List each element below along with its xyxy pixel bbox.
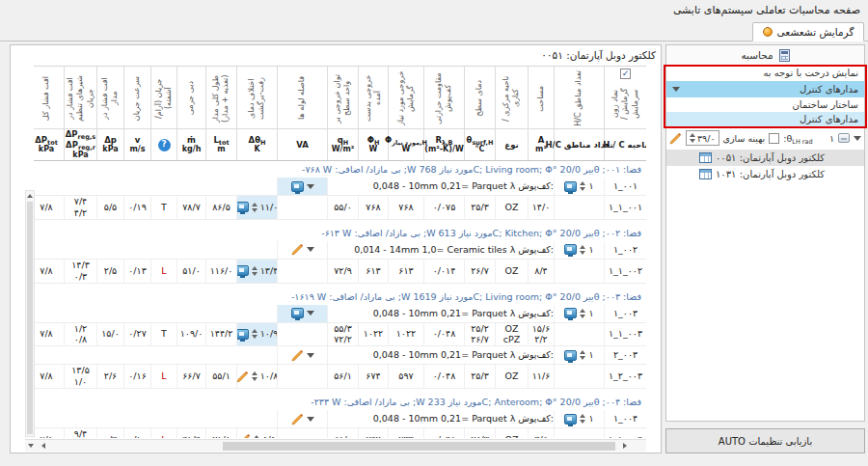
cell-phi-achieved: ۲۴۲ bbox=[358, 428, 388, 438]
scroll-down-icon[interactable] bbox=[25, 440, 37, 452]
tree-mode-combobox[interactable]: مدارهای کنترل bbox=[666, 81, 864, 97]
monitor-icon[interactable] bbox=[236, 202, 249, 212]
pencil-icon[interactable] bbox=[291, 413, 304, 425]
calculation-sidebar: محاسبه نمایش درخت با توجه به مدارهای کنت… bbox=[665, 44, 865, 453]
monitor-icon[interactable] bbox=[564, 414, 577, 425]
grid-header-row: نماد زون گرمایش / سرمایشناحیه H / Cتعداد… bbox=[34, 66, 646, 161]
vertical-scrollbar[interactable] bbox=[25, 190, 35, 437]
monitor-icon[interactable] bbox=[564, 244, 577, 255]
cell-surface-temp: ۲۶/۳ bbox=[464, 428, 495, 438]
edit-pencil-icon[interactable] bbox=[669, 132, 682, 145]
cell-dtheta-editor[interactable]: ۱۰/۹ bbox=[236, 323, 277, 346]
zone-row[interactable]: ۱_۰۰۱۱0,048 - 10mm 0,21= Parquet λکف‌پوش… bbox=[34, 178, 646, 196]
monitor-icon[interactable] bbox=[564, 350, 577, 361]
restore-auto-settings-button[interactable]: بازیابی تنظیمات AUTO bbox=[665, 428, 865, 453]
monitor-icon[interactable] bbox=[236, 265, 249, 276]
monitor-icon[interactable] bbox=[564, 181, 577, 192]
spinner-arrows-icon[interactable] bbox=[254, 435, 259, 438]
monitor-icon[interactable] bbox=[236, 329, 249, 340]
circuit-row[interactable]: ۱_۱_۰۰۴۳/۶OZ۲۶/۳۰/۰۴۸۲۳۳۲۴۲۶۸/۰۵/۵۲۱/۸۴۱… bbox=[34, 428, 646, 438]
chevron-down-icon[interactable] bbox=[307, 247, 314, 252]
cell-mass-flow: ۷۸/۷ bbox=[176, 196, 205, 219]
zone-row[interactable]: ۱_۰۰۴۱0,048 - 10mm 0,21= Parquet λکف‌پوش… bbox=[34, 410, 646, 428]
space-header-text: فضا: ۰۰۱; θبیر 20/0 °C; Living room; Φمو… bbox=[38, 164, 646, 175]
zone-row[interactable]: ۱_۰۰۳۱0,048 - 10mm 0,21= Parquet λکف‌پوش… bbox=[34, 305, 646, 323]
optimize-checkbox[interactable] bbox=[769, 133, 779, 144]
pencil-icon[interactable] bbox=[291, 243, 304, 256]
cell-dp-total: ۷/۸ bbox=[34, 196, 64, 219]
scroll-left-icon[interactable] bbox=[38, 440, 49, 452]
cell-surface-temp: ۲۶/۷ bbox=[464, 260, 495, 283]
vertical-scroll-thumb[interactable] bbox=[27, 202, 33, 434]
pencil-icon[interactable] bbox=[291, 349, 304, 362]
dtheta-value: ۱۰/۸ bbox=[260, 370, 277, 382]
expander-chevron-icon[interactable] bbox=[854, 136, 861, 141]
spinner-arrows-icon[interactable] bbox=[580, 309, 585, 318]
circuit-row[interactable]: ۱_۱_۰۰۱۱۴/۰OZ۲۵/۳۰/۰۷۵۷۶۸۷۶۸۵۵/۰۱۱/۰۸۶/۵… bbox=[34, 196, 646, 220]
monitor-icon[interactable] bbox=[564, 308, 577, 318]
chevron-down-icon[interactable] bbox=[307, 311, 314, 315]
circuit-row[interactable]: ۱_۲_۰۰۳۱۱/۶OZ۲۵/۳۰/۰۴۸۵۹۷۶۷۴۵۶/۱۱۰/۸۵۵/۱… bbox=[34, 365, 646, 389]
cell-dtheta-editor[interactable]: ۵/۵ bbox=[236, 428, 277, 438]
column-header-flow: جریان (آرام/آشفته)? bbox=[150, 67, 176, 160]
zone-row[interactable]: ۲_۰۰۳۱0,048 - 10mm 0,21= Parquet λکف‌پوش… bbox=[34, 346, 646, 365]
cell-dp: ۰/۳ bbox=[96, 428, 123, 438]
cell-va-editor[interactable] bbox=[277, 410, 327, 427]
monitor-icon[interactable] bbox=[291, 181, 304, 192]
cell-flow-regime: L bbox=[150, 428, 176, 438]
spinner-arrows-icon[interactable] bbox=[252, 329, 258, 339]
help-icon[interactable]: ? bbox=[158, 139, 171, 151]
cell-floor-covering: 0,048 - 10mm 0,21= Parquet λکف‌پوش: bbox=[327, 305, 554, 322]
circuit-row[interactable]: ۱_۱_۰۰۲۸/۴OZ۲۶/۷۰/۰۱۴۶۱۳۶۱۳۷۲/۹۱۳/۳۱۱۶/۰… bbox=[34, 260, 646, 284]
chevron-down-icon[interactable] bbox=[307, 184, 314, 189]
cell-type: OZ bbox=[495, 196, 528, 219]
pencil-icon[interactable] bbox=[238, 433, 251, 438]
cell-dtheta-editor[interactable]: ۱۱/۰ bbox=[236, 196, 277, 219]
cell-flow-regime: T bbox=[150, 196, 176, 219]
sidebar-content-box: محاسبه نمایش درخت با توجه به مدارهای کنت… bbox=[665, 44, 865, 422]
circuit-row[interactable]: ۱_۱_۰۰۳۱۵/۶۲/۲OZcPZ۲۵/۲۲۶/۷۰/۰۴۸۱۰۲۲۱۰۲۲… bbox=[34, 323, 646, 347]
collector-count: ۱ bbox=[829, 133, 834, 144]
cell-dp: ۲/۵ bbox=[96, 260, 123, 283]
cell-type: OZcPZ bbox=[495, 323, 528, 346]
pencil-icon[interactable] bbox=[236, 370, 249, 383]
spinner-arrows-icon[interactable] bbox=[580, 181, 585, 191]
cell-va bbox=[277, 428, 327, 438]
cell-dtheta-editor[interactable]: ۱۰/۸ bbox=[236, 365, 277, 388]
horizontal-scroll-thumb[interactable] bbox=[223, 442, 615, 451]
horizontal-scrollbar[interactable] bbox=[25, 439, 646, 452]
spinner-arrows-icon[interactable] bbox=[252, 371, 258, 381]
theta-spinbox[interactable]: ۳۹/۰ bbox=[686, 130, 719, 146]
cell-phi-achieved: ۶۷۴ bbox=[358, 365, 388, 388]
tree-mode-option[interactable]: مدارهای کنترل bbox=[666, 112, 864, 126]
tree-item-collector[interactable]: کلکتور دوبل آپارتمان: ۱۰۳۱ bbox=[666, 166, 864, 182]
cell-phi-required: ۱۰۲۲ bbox=[388, 323, 423, 346]
cell-va-editor[interactable] bbox=[277, 305, 327, 322]
tab-radiant-heating[interactable]: گرمایش تشعشعی bbox=[752, 22, 864, 41]
spinner-arrows-icon[interactable] bbox=[580, 245, 585, 255]
spinner-arrows-icon[interactable] bbox=[252, 203, 258, 212]
select-all-checkbox[interactable] bbox=[620, 69, 631, 79]
theta-lh-label: :θLH rad bbox=[783, 133, 812, 144]
cell-va-editor[interactable] bbox=[277, 346, 327, 364]
spinner-arrows-icon[interactable] bbox=[580, 414, 585, 424]
cell-va-editor[interactable] bbox=[277, 241, 327, 259]
cell-dp: ۵/۵ bbox=[96, 196, 123, 219]
cell-area: ۳/۶ bbox=[528, 428, 554, 438]
cell-va-editor[interactable] bbox=[277, 178, 327, 195]
cell-zone-count: ۱ bbox=[554, 178, 604, 195]
scroll-right-icon[interactable] bbox=[619, 440, 631, 452]
spinner-arrows-icon[interactable] bbox=[580, 350, 585, 360]
tree-mode-selected-value: مدارهای کنترل bbox=[800, 84, 858, 95]
tree-item-collector[interactable]: کلکتور دوبل آپارتمان: ۰۰۵۱ bbox=[666, 150, 864, 166]
zone-row[interactable]: ۱_۰۰۲۱0,014 - 14mm 1,0= Ceramic tiles λک… bbox=[34, 241, 646, 260]
spinner-arrows-icon[interactable] bbox=[252, 266, 258, 276]
chevron-down-icon[interactable] bbox=[307, 353, 314, 358]
monitor-icon[interactable] bbox=[291, 308, 304, 318]
cell-resistance: ۰/۰۴۸ bbox=[423, 428, 464, 438]
scroll-up-icon[interactable] bbox=[26, 191, 34, 201]
tree-mode-option[interactable]: ساختار ساختمان bbox=[666, 97, 864, 112]
cell-dtheta-editor[interactable]: ۱۳/۳ bbox=[236, 260, 277, 283]
spinner-arrows-icon[interactable] bbox=[690, 133, 695, 143]
chevron-down-icon[interactable] bbox=[307, 417, 314, 422]
